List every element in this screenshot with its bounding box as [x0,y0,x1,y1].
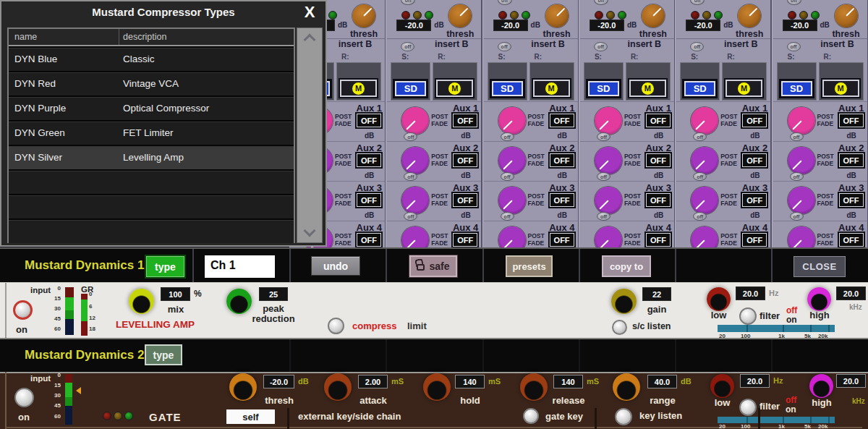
compressor-type-row[interactable]: DYN GreenFET Limiter [9,120,294,145]
threshold-knob[interactable] [545,4,569,27]
threshold-value[interactable]: -20.0 [686,20,720,31]
threshold-knob[interactable] [448,4,472,27]
mute-button[interactable]: M [822,80,859,97]
gate-filter-toggle-button[interactable] [739,399,757,416]
threshold-knob[interactable] [835,4,858,27]
high-filter-knob[interactable] [807,287,831,311]
sd-button[interactable]: SD [684,81,715,96]
aux-state-button[interactable]: OFF [550,114,574,127]
aux-state-button[interactable]: OFF [357,233,381,247]
aux-send-knob[interactable] [788,226,815,247]
mix-knob[interactable] [129,289,154,314]
dynamics-on-button[interactable] [13,300,33,320]
insert-off-button[interactable]: off [401,42,414,51]
threshold-value[interactable]: -20.0 [783,20,817,31]
compressor-type-row[interactable]: DYN RedVintage VCA [9,71,294,95]
aux-state-button[interactable]: OFF [742,153,767,167]
aux-send-knob[interactable] [401,147,429,174]
aux-send-knob[interactable] [595,147,622,174]
chevron-down-icon[interactable] [304,225,316,237]
gate-low-filter-value[interactable]: 20.0 [740,374,770,388]
threshold-value[interactable]: -20.0 [396,20,431,31]
aux-off-button[interactable]: off [597,172,610,181]
gate-high-filter-value[interactable]: 20.0 [836,374,866,388]
aux-send-knob[interactable] [691,187,718,214]
insert-off-button[interactable]: off [594,42,608,51]
aux-state-button[interactable]: OFF [646,233,671,247]
aux-off-button[interactable]: off [693,132,707,141]
sc-listen-button[interactable] [612,320,627,335]
aux-off-button[interactable]: off [501,212,514,221]
aux-send-knob[interactable] [401,187,429,214]
gate-attack-value[interactable]: 2.00 [358,375,388,388]
gate-range-value[interactable]: 40.0 [647,375,677,388]
aux-send-knob[interactable] [401,107,429,135]
gate-high-filter-knob[interactable] [809,374,833,398]
aux-state-button[interactable]: OFF [839,114,864,127]
aux-state-button[interactable]: OFF [742,114,767,127]
aux-state-button[interactable]: OFF [453,114,477,127]
aux-off-button[interactable]: off [790,212,804,221]
aux-off-button[interactable]: off [404,212,417,221]
aux-send-knob[interactable] [691,107,718,135]
gate-thresh-knob[interactable] [229,373,257,401]
self-key-button[interactable]: self [226,409,275,424]
mute-button[interactable]: M [340,80,377,97]
aux-send-knob[interactable] [498,187,526,214]
insert-off-button[interactable]: off [690,42,704,51]
aux-off-button[interactable]: off [693,212,707,221]
off-button[interactable]: off [690,0,705,5]
gate-range-knob[interactable] [613,373,640,401]
aux-state-button[interactable]: OFF [550,233,574,247]
mute-button[interactable]: M [533,80,570,97]
mute-button[interactable]: M [726,80,762,97]
aux-send-knob[interactable] [498,107,526,135]
peak-reduction-value[interactable]: 25 [259,287,288,301]
scrollbar[interactable] [297,27,323,243]
aux-send-knob[interactable] [788,147,815,174]
aux-send-knob[interactable] [595,187,622,214]
threshold-knob[interactable] [352,4,375,27]
aux-state-button[interactable]: OFF [357,193,381,207]
type-button[interactable]: type [145,344,182,365]
close-icon[interactable]: X [295,2,324,22]
high-filter-value[interactable]: 20.0 [836,286,866,300]
aux-send-knob[interactable] [498,226,526,247]
sd-button[interactable]: SD [781,81,812,96]
aux-send-knob[interactable] [788,107,815,135]
compressor-type-row[interactable]: DYN BlueClassic [9,46,294,71]
sd-button[interactable]: SD [395,81,426,96]
presets-button[interactable]: presets [506,255,553,277]
compressor-type-row-empty[interactable] [9,218,294,243]
threshold-value[interactable]: -20.0 [590,20,624,31]
aux-off-button[interactable]: off [790,132,804,141]
aux-state-button[interactable]: OFF [453,153,477,167]
gate-on-button[interactable] [14,388,34,407]
off-button[interactable]: off [787,0,801,5]
type-button[interactable]: type [145,255,186,279]
gate-hold-value[interactable]: 140 [455,375,485,388]
mute-button[interactable]: M [629,80,666,97]
gate-attack-knob[interactable] [324,373,352,401]
mix-value[interactable]: 100 [161,287,190,301]
threshold-knob[interactable] [738,4,761,27]
filter-toggle-button[interactable] [739,307,757,325]
aux-state-button[interactable]: OFF [646,114,671,127]
aux-state-button[interactable]: OFF [646,153,671,167]
off-button[interactable]: off [498,0,512,5]
off-button[interactable]: off [594,0,608,5]
aux-state-button[interactable]: OFF [550,153,574,167]
aux-state-button[interactable]: OFF [742,233,767,247]
aux-state-button[interactable]: OFF [453,193,477,207]
gate-key-button[interactable] [523,408,539,424]
aux-state-button[interactable]: OFF [550,193,574,207]
compressor-type-row[interactable]: DYN SilverLevelling Amp [9,145,294,169]
gate-hold-knob[interactable] [423,373,451,401]
aux-state-button[interactable]: OFF [839,153,864,167]
aux-send-knob[interactable] [595,226,622,247]
insert-off-button[interactable]: off [498,42,511,51]
low-filter-value[interactable]: 20.0 [736,286,765,300]
aux-state-button[interactable]: OFF [357,114,381,127]
gate-release-value[interactable]: 140 [553,375,583,388]
aux-send-knob[interactable] [595,107,622,135]
